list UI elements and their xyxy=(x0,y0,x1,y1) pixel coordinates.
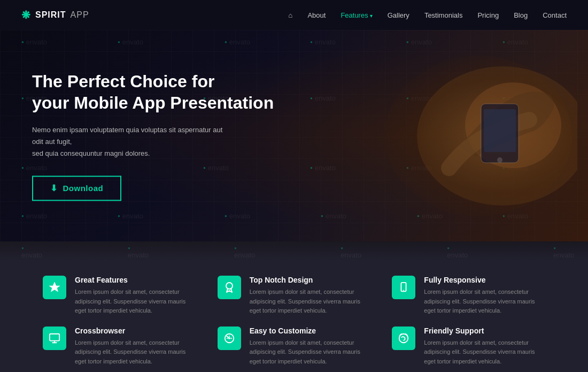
nav-item-contact[interactable]: Contact xyxy=(543,10,567,20)
feature-icon-support xyxy=(392,327,415,350)
nav-item-gallery[interactable]: Gallery xyxy=(388,10,409,20)
mobile-icon xyxy=(398,282,409,293)
download-icon: ⬇ xyxy=(50,183,58,193)
nav-item-about[interactable]: About xyxy=(307,10,326,20)
logo-spirit: SPIRIT xyxy=(35,10,66,20)
gallery-link[interactable]: Gallery xyxy=(388,11,409,19)
feature-icon-top-notch xyxy=(218,276,241,299)
svg-point-5 xyxy=(226,283,233,289)
nav-item-blog[interactable]: Blog xyxy=(514,10,528,20)
hero-image-area xyxy=(265,30,588,241)
features-grid: Great Features Lorem ipsum dolor sit ame… xyxy=(43,276,545,367)
feature-title-4: Easy to Customize xyxy=(250,327,371,335)
pricing-link[interactable]: Pricing xyxy=(477,11,499,19)
svg-rect-3 xyxy=(484,109,516,152)
feature-icon-great-features xyxy=(43,276,66,299)
star-icon xyxy=(48,281,61,294)
logo-icon: ❋ xyxy=(21,9,31,21)
feature-text-2: Fully Responsive Lorem ipsum dolor sit a… xyxy=(424,276,545,316)
blog-link[interactable]: Blog xyxy=(514,11,528,19)
phone-hands-svg xyxy=(353,40,577,232)
contact-link[interactable]: Contact xyxy=(543,11,567,19)
feature-icon-crossbrowser xyxy=(43,327,66,350)
feature-title-2: Fully Responsive xyxy=(424,276,545,284)
feature-item-1: Top Notch Design Lorem ipsum dolor sit a… xyxy=(218,276,371,316)
hero-title: The Perfect Choice for your Mobile App P… xyxy=(32,71,274,113)
feature-item-5: Friendly Support Lorem ipsum dolor sit a… xyxy=(392,327,545,367)
nav-item-testimonials[interactable]: Testimonials xyxy=(424,10,463,20)
testimonials-link[interactable]: Testimonials xyxy=(424,11,463,19)
feature-title-3: Crossbrowser xyxy=(75,327,196,335)
nav-item-home[interactable]: ⌂ xyxy=(289,10,293,20)
feature-text-5: Friendly Support Lorem ipsum dolor sit a… xyxy=(424,327,545,367)
support-icon xyxy=(398,332,409,344)
home-link[interactable]: ⌂ xyxy=(289,11,293,19)
feature-item-3: Crossbrowser Lorem ipsum dolor sit amet,… xyxy=(43,327,196,367)
feature-desc-1: Lorem ipsum dolor sit amet, consectetur … xyxy=(250,287,371,316)
nav-item-pricing[interactable]: Pricing xyxy=(477,10,499,20)
feature-desc-3: Lorem ipsum dolor sit amet, consectetur … xyxy=(75,338,196,367)
feature-item-2: Fully Responsive Lorem ipsum dolor sit a… xyxy=(392,276,545,316)
download-label: Download xyxy=(63,184,104,193)
feature-icon-customize xyxy=(218,327,241,350)
feature-icon-responsive xyxy=(392,276,415,299)
nav-links: ⌂ About Features▾ Gallery Testimonials P… xyxy=(289,10,567,20)
logo-app: APP xyxy=(71,10,89,20)
svg-point-12 xyxy=(403,340,404,341)
feature-text-1: Top Notch Design Lorem ipsum dolor sit a… xyxy=(250,276,371,316)
feature-desc-5: Lorem ipsum dolor sit amet, consectetur … xyxy=(424,338,545,367)
feature-title-1: Top Notch Design xyxy=(250,276,371,284)
hero-content: The Perfect Choice for your Mobile App P… xyxy=(32,71,274,201)
features-link[interactable]: Features▾ xyxy=(341,11,372,19)
divider-watermarks: ● envato ● envato ● envato ● envato ● en… xyxy=(21,243,574,259)
feature-text-3: Crossbrowser Lorem ipsum dolor sit amet,… xyxy=(75,327,196,367)
features-section: Great Features Lorem ipsum dolor sit ame… xyxy=(0,261,588,372)
hero-subtitle: Nemo enim ipsam voluptatem quia voluptas… xyxy=(32,124,235,160)
feature-text-0: Great Features Lorem ipsum dolor sit ame… xyxy=(75,276,196,316)
logo[interactable]: ❋ SPIRITAPP xyxy=(21,9,89,21)
feature-desc-4: Lorem ipsum dolor sit amet, consectetur … xyxy=(250,338,371,367)
feature-title-0: Great Features xyxy=(75,276,196,284)
download-button[interactable]: ⬇ Download xyxy=(32,176,121,201)
award-icon xyxy=(223,281,236,294)
features-arrow-icon: ▾ xyxy=(370,13,373,19)
feature-desc-2: Lorem ipsum dolor sit amet, consectetur … xyxy=(424,287,545,316)
svg-point-7 xyxy=(403,290,404,291)
nav-item-features[interactable]: Features▾ xyxy=(341,10,372,20)
navbar: ❋ SPIRITAPP ⌂ About Features▾ Gallery Te… xyxy=(0,0,588,30)
about-link[interactable]: About xyxy=(307,11,326,19)
feature-item-4: Easy to Customize Lorem ipsum dolor sit … xyxy=(218,327,371,367)
feature-text-4: Easy to Customize Lorem ipsum dolor sit … xyxy=(250,327,371,367)
feature-item-0: Great Features Lorem ipsum dolor sit ame… xyxy=(43,276,196,316)
monitor-icon xyxy=(49,332,60,344)
hero-section: ●envato ●envato ●envato ●envato ●envato … xyxy=(0,30,588,241)
svg-point-10 xyxy=(228,337,230,339)
feature-desc-0: Lorem ipsum dolor sit amet, consectetur … xyxy=(75,287,196,316)
speedometer-icon xyxy=(223,332,235,344)
feature-title-5: Friendly Support xyxy=(424,327,545,335)
svg-rect-8 xyxy=(50,334,59,341)
features-divider: ● envato ● envato ● envato ● envato ● en… xyxy=(0,241,588,261)
svg-point-4 xyxy=(497,157,502,163)
